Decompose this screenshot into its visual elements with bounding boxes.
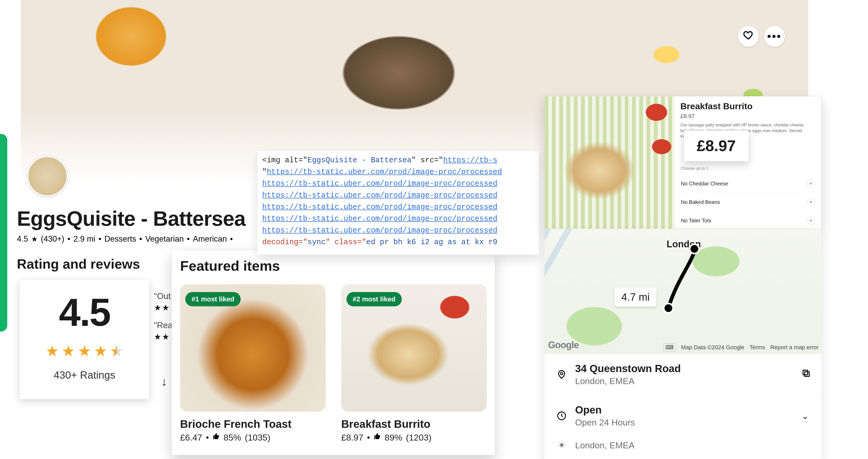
chevron-down-icon: ⌄ <box>802 411 809 421</box>
review-stars: ★★ <box>154 303 173 313</box>
favorite-button[interactable] <box>738 26 759 47</box>
featured-item[interactable]: #2 most liked Breakfast Burrito £8.97 • … <box>341 284 487 442</box>
meta-sep: • <box>187 234 190 244</box>
star-icon: ★ <box>62 342 75 360</box>
code-text: <img alt=" <box>262 156 307 165</box>
add-option-button[interactable]: + <box>807 180 815 188</box>
options-heading: Choose up to 1 <box>680 166 709 171</box>
rating-value: 4.5 <box>17 234 28 244</box>
title-block: EggsQuisite - Battersea 4.5 ★ (430+) • 2… <box>17 207 246 244</box>
like-count: (1203) <box>406 432 431 442</box>
code-text: ed pr bh k6 i2 ag as at kx r9 <box>366 238 497 247</box>
tag: American <box>193 234 227 244</box>
food-image: #1 most liked <box>180 284 326 412</box>
map-report-link[interactable]: Report a map error <box>770 344 818 351</box>
meta-sep: • <box>68 234 70 244</box>
star-icon: ★ <box>78 342 91 360</box>
reviews-peek: "Out ★★ "Rea ★★ <box>154 291 173 349</box>
meta-sep: • <box>230 234 233 244</box>
most-liked-badge: #2 most liked <box>346 292 402 306</box>
map-attribution: ⌨ Map Data ©2024 Google Terms Report a m… <box>663 343 818 352</box>
option-label: No Baked Beans <box>681 199 720 205</box>
code-text: EggsQuisite - Battersea <box>307 156 411 165</box>
side-accent <box>0 134 7 332</box>
featured-heading: Featured items <box>180 258 487 274</box>
address-line2: London, EMEA <box>575 376 681 386</box>
item-price-small: £8.97 <box>680 113 815 120</box>
google-logo: Google <box>548 340 579 350</box>
option-row[interactable]: No Cheddar Cheese + <box>680 174 815 193</box>
map-point-end <box>690 245 698 253</box>
ghost-text: London, EMEA <box>575 440 634 451</box>
tag: Desserts <box>104 234 136 244</box>
like-count: (1035) <box>245 432 270 442</box>
rating-count: (430+) <box>41 234 64 244</box>
meta-sep: • <box>206 432 209 442</box>
option-row[interactable]: No Baked Beans + <box>680 193 815 211</box>
restaurant-logo <box>27 156 68 196</box>
code-url[interactable]: https://tb-static.uber.com/prod/image-pr… <box>267 168 502 176</box>
map[interactable]: London 4.7 mi Google ⌨ Map Data ©2024 Go… <box>545 229 821 354</box>
rating-summary-card: 4.5 ★ ★ ★ ★ ★ 430+ Ratings <box>20 280 149 399</box>
food-image: #2 most liked <box>341 284 487 412</box>
svg-point-0 <box>561 372 563 375</box>
map-terms-link[interactable]: Terms <box>749 344 765 351</box>
meta-sep: • <box>139 234 142 244</box>
more-icon: ••• <box>767 30 782 42</box>
food-name: Breakfast Burrito <box>341 418 487 430</box>
item-detail-panel: Breakfast Burrito £8.97 Our sausage patt… <box>545 96 821 229</box>
rating-count-label: 430+ Ratings <box>54 369 115 381</box>
extra-row-partial: ✶ London, EMEA <box>545 436 821 452</box>
copy-address-icon[interactable] <box>802 369 811 380</box>
location-panel: London 4.7 mi Google ⌨ Map Data ©2024 Go… <box>545 229 821 459</box>
restaurant-meta: 4.5 ★ (430+) • 2.9 mi • Desserts • Veget… <box>17 234 246 244</box>
map-point-start <box>664 304 672 312</box>
code-url[interactable]: https://tb-static.uber.com/prod/image-pr… <box>262 203 497 211</box>
food-price: £8.97 <box>341 432 363 442</box>
price-callout: £8.97 <box>684 130 748 161</box>
heart-icon <box>743 30 754 43</box>
link-icon: ✶ <box>553 436 570 454</box>
code-url[interactable]: https://tb-static.uber.com/prod/image-pr… <box>262 191 497 200</box>
code-text: " src=" <box>411 156 443 165</box>
map-distance-chip: 4.7 mi <box>615 288 656 307</box>
stars-row: ★ ★ ★ ★ ★ <box>45 342 123 360</box>
location-pin-icon <box>555 368 568 381</box>
code-url[interactable]: https://tb-static.uber.com/prod/image-pr… <box>262 214 497 223</box>
svg-rect-2 <box>803 370 808 375</box>
scroll-down-icon[interactable]: ↓ <box>161 374 167 389</box>
code-url[interactable]: https://tb-s <box>443 156 497 165</box>
code-text: " class=" <box>326 238 366 247</box>
thumbs-up-icon <box>374 432 381 442</box>
code-url[interactable]: https://tb-static.uber.com/prod/image-pr… <box>262 226 497 235</box>
code-url[interactable]: https://tb-static.uber.com/prod/image-pr… <box>262 179 497 188</box>
review-quote: "Rea <box>154 320 173 330</box>
restaurant-name: EggsQuisite - Battersea <box>17 207 246 231</box>
svg-rect-1 <box>805 372 809 377</box>
address-row[interactable]: 34 Queenstown Road London, EMEA <box>545 354 821 395</box>
featured-item[interactable]: #1 most liked Brioche French Toast £6.47… <box>180 284 326 442</box>
option-label: No Tater Tots <box>681 218 711 224</box>
food-price: £6.47 <box>180 432 202 442</box>
star-icon: ★ <box>45 342 59 360</box>
code-text: sync <box>307 238 326 247</box>
more-options-button[interactable]: ••• <box>764 26 785 47</box>
option-row[interactable]: No Tater Tots + <box>680 211 815 230</box>
open-label: Open <box>575 404 635 416</box>
keyboard-icon[interactable]: ⌨ <box>663 343 676 352</box>
most-liked-badge: #1 most liked <box>185 292 241 306</box>
add-option-button[interactable]: + <box>807 198 815 206</box>
item-title: Breakfast Burrito <box>680 101 815 111</box>
featured-items-card: Featured items #1 most liked Brioche Fre… <box>172 250 495 455</box>
review-quote: "Out <box>154 291 173 301</box>
rating-big: 4.5 <box>59 293 110 332</box>
like-percent: 85% <box>223 432 241 442</box>
hours-row[interactable]: Open Open 24 Hours ⌄ <box>545 395 821 436</box>
code-text: decoding=" <box>262 238 307 247</box>
option-label: No Cheddar Cheese <box>681 181 728 187</box>
meta-sep: • <box>367 432 370 442</box>
star-icon: ★ <box>94 342 107 360</box>
like-percent: 89% <box>384 432 402 442</box>
add-option-button[interactable]: + <box>807 217 815 224</box>
distance: 2.9 mi <box>73 234 95 244</box>
